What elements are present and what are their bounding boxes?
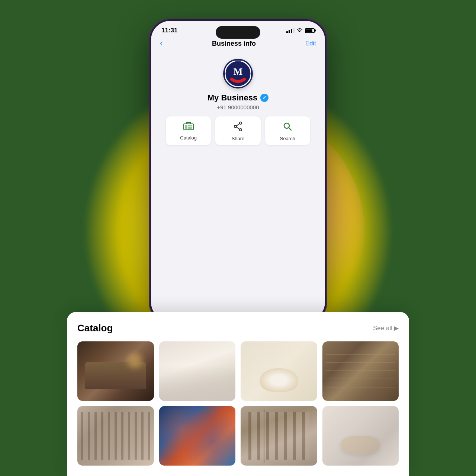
battery-icon [305, 28, 315, 33]
phone-wrapper: 11:31 [149, 19, 327, 324]
search-icon [283, 122, 292, 134]
catalog-label: Catalog [180, 135, 197, 141]
see-all-label: See all [373, 325, 392, 332]
svg-line-11 [237, 124, 239, 126]
catalog-card: Catalog See all ▶ [67, 312, 409, 476]
verified-checkmark: ✓ [263, 95, 266, 100]
back-button[interactable]: ‹ [160, 39, 163, 48]
catalog-button[interactable]: Catalog [166, 116, 211, 145]
catalog-item-bedroom[interactable] [77, 341, 154, 401]
catalog-title: Catalog [77, 322, 113, 334]
catalog-grid [77, 341, 399, 466]
phone-screen: 11:31 [151, 21, 325, 321]
catalog-item-shoes[interactable] [322, 341, 399, 401]
logo-svg: M [225, 61, 251, 87]
background-scene: 11:31 [0, 0, 476, 476]
catalog-item-pillow[interactable] [322, 406, 399, 466]
signal-bar-1 [286, 31, 288, 33]
svg-text:M: M [234, 66, 243, 77]
search-button[interactable]: Search [265, 116, 310, 145]
share-button[interactable]: Share [215, 116, 260, 145]
svg-point-8 [239, 122, 242, 124]
share-icon [233, 122, 243, 134]
dynamic-island [216, 26, 260, 39]
edit-button[interactable]: Edit [305, 40, 316, 47]
svg-rect-7 [188, 127, 192, 129]
catalog-item-clothes[interactable] [77, 406, 154, 466]
svg-point-0 [299, 31, 300, 32]
catalog-header: Catalog See all ▶ [77, 322, 399, 334]
action-buttons: Catalog [158, 116, 318, 145]
status-time: 11:31 [161, 27, 177, 34]
svg-point-10 [239, 129, 242, 131]
see-all-button[interactable]: See all ▶ [373, 324, 399, 332]
phone-frame: 11:31 [149, 19, 327, 324]
svg-rect-5 [185, 125, 187, 129]
svg-line-12 [237, 127, 239, 129]
signal-bar-2 [289, 30, 290, 33]
business-name: My Business [208, 93, 258, 103]
svg-line-14 [289, 128, 291, 130]
svg-rect-6 [188, 125, 192, 126]
page-title: Business info [212, 40, 256, 48]
business-logo: M [223, 59, 253, 89]
business-name-row: My Business ✓ [208, 93, 269, 103]
battery-fill [306, 29, 312, 32]
share-label: Share [232, 136, 245, 141]
catalog-item-rack[interactable] [241, 406, 317, 466]
catalog-icon [183, 122, 194, 133]
status-icons [286, 28, 315, 33]
catalog-item-bedsheet[interactable] [159, 341, 236, 401]
catalog-item-ceramics[interactable] [159, 406, 236, 466]
svg-rect-4 [184, 124, 193, 130]
wifi-icon [297, 28, 303, 33]
catalog-item-tea-set[interactable] [241, 341, 317, 401]
svg-point-9 [234, 125, 237, 128]
search-label: Search [280, 136, 295, 141]
signal-icon [286, 28, 295, 33]
see-all-icon: ▶ [394, 324, 399, 332]
verified-badge: ✓ [260, 94, 268, 102]
profile-section: M My Business ✓ +91 9000000000 [151, 51, 325, 151]
signal-bar-3 [291, 29, 292, 33]
signal-bar-4 [293, 28, 295, 33]
business-phone: +91 9000000000 [217, 104, 259, 110]
